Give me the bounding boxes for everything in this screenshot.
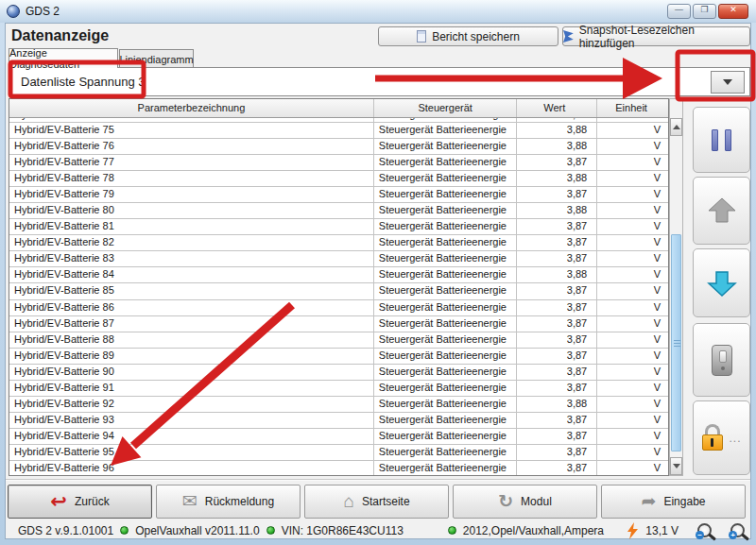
- switch-icon: [712, 345, 732, 376]
- table-row[interactable]: Hybrid/EV-Batterie 95 Steuergerät Batter…: [9, 445, 668, 461]
- module-button[interactable]: ↻ Modul: [453, 485, 597, 519]
- parameter-name-cell: Hybrid/EV-Batterie 90: [9, 365, 374, 380]
- table-row[interactable]: Hybrid/EV-Batterie 82 Steuergerät Batter…: [9, 235, 668, 251]
- table-row[interactable]: Hybrid/EV-Batterie 91 Steuergerät Batter…: [9, 381, 668, 397]
- table-row[interactable]: Hybrid/EV-Batterie 87 Steuergerät Batter…: [9, 316, 668, 332]
- table-row[interactable]: Hybrid/EV-Batterie 96 Steuergerät Batter…: [9, 461, 668, 476]
- scroll-page-up-button[interactable]: [693, 177, 750, 245]
- table-row[interactable]: Hybrid/EV-Batterie 78 Steuergerät Batter…: [9, 171, 668, 187]
- module-cell: Steuergerät Batterieenergie: [374, 139, 518, 154]
- value-cell: 3,88: [517, 171, 597, 186]
- back-arrow-icon: ↩: [50, 493, 67, 510]
- vin-label: VIN: 1G0R86E43CU113: [282, 524, 404, 537]
- unit-cell: V: [597, 461, 668, 476]
- module-cell: Steuergerät Batterieenergie: [374, 300, 518, 315]
- page-title: Datenanzeige: [11, 27, 109, 44]
- scroll-up-button[interactable]: [670, 118, 682, 136]
- table-row[interactable]: Hybrid/EV-Batterie 83 Steuergerät Batter…: [9, 251, 668, 267]
- parameter-name-cell: Hybrid/EV-Batterie 92: [9, 397, 374, 412]
- tab-liniendiagramm[interactable]: Liniendiagramm: [119, 49, 194, 68]
- module-cell: Steuergerät Batterieenergie: [374, 413, 518, 428]
- value-cell: 3,87: [517, 235, 597, 250]
- table-scrollbar[interactable]: [669, 98, 683, 476]
- table-row[interactable]: Hybrid/EV-Batterie 76 Steuergerät Batter…: [9, 139, 668, 155]
- minimize-button[interactable]: —: [667, 4, 691, 19]
- scroll-down-button[interactable]: [670, 457, 682, 475]
- table-row[interactable]: Hybrid/EV-Batterie 93 Steuergerät Batter…: [9, 413, 668, 429]
- value-cell: 3,87: [517, 219, 597, 234]
- value-cell: 3,87: [517, 187, 597, 202]
- maximize-button[interactable]: ❐: [693, 4, 716, 19]
- unit-cell: V: [597, 251, 668, 266]
- table-row[interactable]: Hybrid/EV-Batterie 90 Steuergerät Batter…: [9, 365, 668, 381]
- table-row[interactable]: Hybrid/EV-Batterie 86 Steuergerät Batter…: [9, 300, 668, 316]
- value-cell: 3,88: [517, 139, 597, 154]
- envelope-icon: ✉: [182, 493, 198, 510]
- table-header-row: Parameterbezeichnung Steuergerät Wert Ei…: [9, 99, 668, 118]
- table-row[interactable]: Hybrid/EV-Batterie 85 Steuergerät Batter…: [9, 283, 668, 299]
- document-icon: [417, 30, 426, 43]
- unit-cell: V: [597, 445, 668, 460]
- parameter-name-cell: Hybrid/EV-Batterie 84: [9, 267, 374, 282]
- value-cell: 3,87: [517, 155, 597, 170]
- value-cell: 3,87: [517, 300, 597, 315]
- value-cell: 3,87: [517, 365, 597, 380]
- column-header-unit: Einheit: [597, 99, 668, 117]
- save-report-button[interactable]: Bericht speichern: [378, 26, 558, 46]
- pause-button[interactable]: [693, 107, 750, 173]
- table-row[interactable]: Hybrid/EV-Batterie 94 Steuergerät Batter…: [9, 429, 668, 445]
- software-version: OpelVauxhall v2011.11.0: [135, 524, 259, 537]
- close-button[interactable]: ✕: [718, 4, 748, 19]
- feedback-button[interactable]: ✉ Rückmeldung: [156, 485, 301, 519]
- table-row[interactable]: Hybrid/EV-Batterie 81 Steuergerät Batter…: [9, 219, 668, 235]
- table-row[interactable]: Hybrid/EV-Batterie 77 Steuergerät Batter…: [9, 155, 668, 171]
- parameter-name-cell: Hybrid/EV-Batterie 79: [9, 187, 374, 202]
- add-snapshot-bookmark-button[interactable]: Snapshot-Lesezeichen hinzufügen: [562, 26, 750, 46]
- home-button[interactable]: ⌂ Startseite: [304, 485, 449, 519]
- value-cell: 3,87: [517, 251, 597, 266]
- zoom-in-icon[interactable]: +: [730, 523, 745, 537]
- unit-cell: V: [597, 349, 668, 364]
- switch-control-button[interactable]: [693, 323, 750, 397]
- module-cell: Steuergerät Batterieenergie: [374, 332, 518, 348]
- input-button[interactable]: ➦ Eingabe: [601, 485, 746, 519]
- table-row[interactable]: Hybrid/EV-Batterie 84 Steuergerät Batter…: [9, 267, 668, 283]
- module-cell: Steuergerät Batterieenergie: [374, 171, 518, 186]
- chevron-down-icon: [723, 79, 732, 85]
- scroll-page-down-button[interactable]: [693, 248, 750, 317]
- parameter-name-cell: Hybrid/EV-Batterie 94: [9, 429, 374, 444]
- zoom-out-icon[interactable]: −: [697, 523, 712, 537]
- table-row[interactable]: Hybrid/EV-Batterie 92 Steuergerät Batter…: [9, 397, 668, 413]
- table-row[interactable]: Hybrid/EV-Batterie 80 Steuergerät Batter…: [9, 203, 668, 219]
- module-cell: Steuergerät Batterieenergie: [374, 155, 518, 170]
- column-header-value: Wert: [517, 99, 597, 117]
- column-header-parameter: Parameterbezeichnung: [9, 99, 374, 117]
- main-content: Datenanzeige Bericht speichern Snapshot-…: [5, 23, 751, 539]
- table-row[interactable]: Hybrid/EV-Batterie 75 Steuergerät Batter…: [9, 123, 668, 139]
- pause-icon: [712, 129, 718, 151]
- unit-cell: V: [597, 123, 668, 138]
- datalist-dropdown[interactable]: Datenliste Spannung 3: [9, 67, 750, 96]
- module-cell: Steuergerät Batterieenergie: [374, 397, 518, 412]
- table-row[interactable]: Hybrid/EV-Batterie 89 Steuergerät Batter…: [9, 349, 668, 365]
- add-snapshot-label: Snapshot-Lesezeichen hinzufügen: [579, 24, 749, 50]
- tab-anzeige-diagnosedaten[interactable]: Anzeige Diagnosedaten: [9, 48, 118, 68]
- pause-icon: [725, 129, 731, 151]
- lock-button[interactable]: ...: [693, 400, 750, 475]
- back-button[interactable]: ↩ Zurück: [8, 485, 152, 519]
- table-row[interactable]: Hybrid/EV-Batterie 79 Steuergerät Batter…: [9, 187, 668, 203]
- unit-cell: V: [597, 397, 668, 412]
- status-green-icon: [448, 526, 456, 535]
- parameter-name-cell: Hybrid/EV-Batterie 76: [9, 139, 374, 154]
- dropdown-arrow-button[interactable]: [711, 71, 745, 94]
- scrollbar-thumb[interactable]: [671, 234, 681, 451]
- parameter-name-cell: Hybrid/EV-Batterie 83: [9, 251, 374, 266]
- parameter-name-cell: Hybrid/EV-Batterie 82: [9, 235, 374, 250]
- module-cell: Steuergerät Batterieenergie: [374, 349, 518, 364]
- table-row[interactable]: Hybrid/EV-Batterie 88 Steuergerät Batter…: [9, 332, 668, 349]
- footer-divider: [6, 479, 750, 481]
- parameter-name-cell: Hybrid/EV-Batterie 86: [9, 300, 374, 315]
- parameter-name-cell: Hybrid/EV-Batterie 75: [9, 123, 374, 138]
- module-cell: Steuergerät Batterieenergie: [374, 365, 518, 380]
- lock-icon: [701, 424, 724, 452]
